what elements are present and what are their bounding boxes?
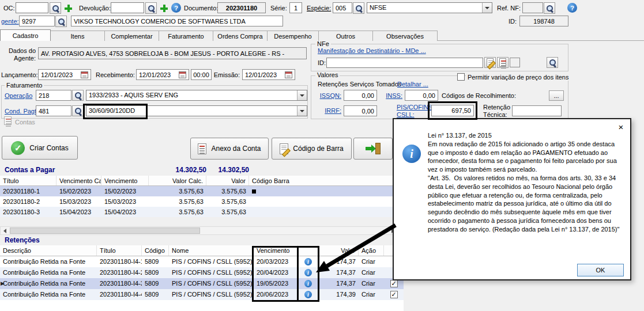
cell-acao: Criar [359,267,384,278]
nfe-search-button[interactable] [547,57,558,68]
especie-code-field[interactable]: 005 [333,2,352,13]
cell-titulo: 202301180-2 [0,196,57,207]
cond-pagto-search-button[interactable] [72,105,84,116]
table-row[interactable]: Contribuição Retida na Fonte 202301180-I… [0,256,404,267]
table-row[interactable]: 202301180-1 15/02/2023 15/02/2023 3.575,… [0,186,398,196]
column-header-venc-calc[interactable]: Vencimento Calc. [57,176,101,185]
column-header-valor-calc[interactable]: Valor Calc. [149,176,206,185]
tab-outros[interactable]: Outros [318,31,373,41]
calendar-icon[interactable] [81,71,88,78]
column-header-valor[interactable]: Valor [318,245,359,256]
cond-pagto-code-field[interactable]: 481 [36,105,71,116]
oc-input[interactable] [16,2,48,13]
search-icon [74,107,82,115]
emissao-field[interactable]: 12/01/2023 [242,69,295,80]
mde-link[interactable]: Manifestação de Destinatário - MDe ... [318,47,426,55]
oc-add-button[interactable] [62,2,74,14]
column-header-nome[interactable]: Nome [169,245,254,256]
tab-ordens-compra[interactable]: Ordens Compra [213,31,268,41]
scroll-left-button[interactable] [1,227,9,234]
calendar-icon[interactable] [179,71,186,78]
agente-search-button[interactable] [55,16,67,27]
table-row[interactable]: ▶ Contribuição Retida na Fonte 202301180… [0,278,404,289]
issqn-label[interactable]: ISSQN: [316,92,341,100]
inss-label[interactable]: INSS: [382,92,402,100]
detalhar-link[interactable]: Detalhar ... [397,81,428,88]
tab-complementar[interactable]: Complementar [104,31,159,41]
anexo-conta-label: Anexo da Conta [211,145,261,153]
info-icon[interactable]: i [304,269,312,276]
chevron-down-icon[interactable] [482,3,492,13]
codigos-recolhimento-button[interactable]: ... [549,90,564,101]
operacao-search-button[interactable] [72,90,84,101]
agente-label[interactable]: gente: [1,18,19,25]
help-icon[interactable]: ? [567,3,577,13]
column-header-acao[interactable]: Ação [359,245,384,256]
agente-code-field[interactable]: 9297 [19,16,55,26]
ref-nf-field[interactable] [522,2,543,13]
variacao-checkbox[interactable] [457,73,465,81]
ref-nf-search-button[interactable] [544,2,555,14]
info-icon[interactable]: i [304,291,312,298]
inss-field[interactable]: 0,00 [405,90,438,101]
nfe-id-input[interactable] [326,58,483,68]
column-header-vencimento[interactable]: Vencimento [254,245,298,256]
retencao-tecnica-field[interactable] [512,105,562,116]
operacao-combo[interactable]: 1933/2933 - AQUIS SERV ENG [86,90,307,101]
lancamento-field[interactable]: 12/01/2023 [38,69,91,80]
especie-label[interactable]: Espécie: [307,5,331,12]
operacao-label[interactable]: Operação [5,92,32,100]
nfe-copy-button[interactable] [484,57,496,68]
column-header-titulo[interactable]: Título [97,245,142,256]
row-checkbox[interactable]: ✓ [390,280,398,287]
row-checkbox[interactable]: ✓ [390,291,398,298]
especie-combo[interactable]: NFSE [367,2,492,13]
info-icon[interactable]: i [304,280,312,287]
table-row[interactable]: Contribuição Retida na Fonte 202301180-I… [0,289,404,300]
irrf-label[interactable]: IRRF: [318,107,341,115]
column-header-valor[interactable]: Valor [206,176,249,185]
chevron-down-icon[interactable] [297,90,307,100]
irrf-field[interactable]: 0,00 [344,105,377,116]
tab-faturamento[interactable]: Faturamento [159,31,213,41]
table-row[interactable]: 202301180-2 15/03/2023 15/03/2023 3.575,… [0,196,398,207]
serie-field[interactable]: 1 [289,2,302,13]
column-header-codigo[interactable]: Código [142,245,169,256]
issqn-field[interactable]: 0,00 [344,90,377,101]
recebimento-hora-field[interactable]: 00:00 [191,69,212,80]
horizontal-scrollbar[interactable] [0,226,398,235]
column-header-vencimento[interactable]: Vencimento [101,176,149,185]
nfe-xml-button[interactable] [497,57,509,68]
calendar-icon[interactable] [285,71,292,78]
tab-observacoes[interactable]: Observações [372,31,438,41]
close-icon[interactable]: × [616,122,626,132]
devolucao-search-button[interactable] [145,2,157,14]
criar-contas-button[interactable]: ✓ Criar Contas [2,136,78,160]
pis-cofins-label[interactable]: PIS/COFINS CSLL: [397,104,432,119]
help-icon[interactable]: ? [171,3,181,13]
tab-itens[interactable]: Itens [50,31,105,41]
ok-button[interactable]: OK [577,264,624,276]
table-row[interactable]: 202301180-3 15/04/2023 15/04/2023 3.575,… [0,207,398,217]
operacao-code-field[interactable]: 218 [36,90,71,101]
column-header-titulo[interactable]: Título [0,176,57,185]
chevron-down-icon[interactable] [297,106,307,116]
info-icon[interactable]: i [304,258,312,266]
especie-search-button[interactable] [353,2,364,14]
scrollbar-thumb[interactable] [10,227,200,234]
recebimento-field[interactable]: 12/01/2023 [136,69,189,80]
codigo-barra-button[interactable]: Código de Barra [272,138,352,160]
anexo-conta-button[interactable]: Anexo da Conta [190,138,269,160]
pis-cofins-field[interactable]: 697,50 [431,105,474,116]
tab-cadastro[interactable]: Cadastro [0,29,51,41]
oc-search-button[interactable] [50,2,61,14]
cond-pagto-combo[interactable]: 30/60/90/120DD [86,105,307,116]
exit-button[interactable] [353,138,393,160]
tab-desempenho[interactable]: Desempenho [267,31,319,41]
devolucao-add-button[interactable] [158,2,170,14]
column-header-codigo-barra[interactable]: Código Barra [249,176,398,185]
column-header-descricao[interactable]: Descrição [0,245,97,256]
table-row[interactable]: Contribuição Retida na Fonte 202301180-I… [0,267,404,278]
agente-name-field[interactable]: VIKSO TECHNOLOGY COMERCIO DE SOFTWARES L… [71,16,283,26]
devolucao-input[interactable] [111,2,144,13]
